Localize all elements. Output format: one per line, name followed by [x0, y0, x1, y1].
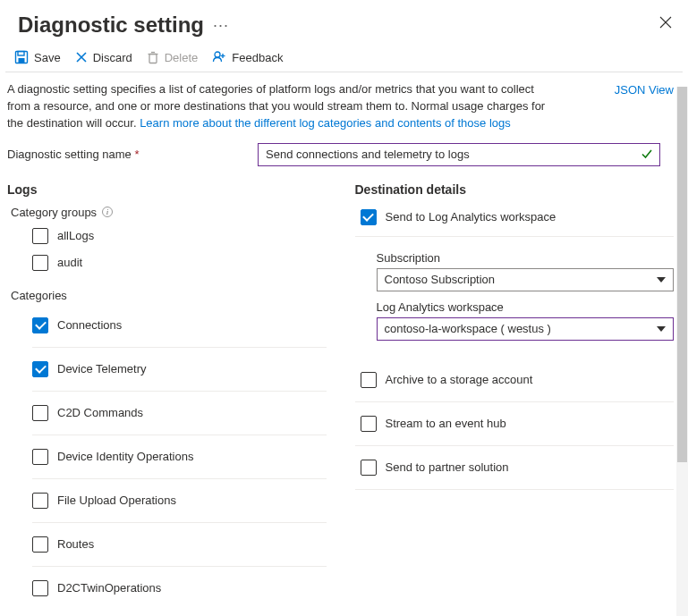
setting-name-input[interactable]	[258, 143, 660, 166]
workspace-label: Log Analytics workspace	[377, 300, 675, 314]
category-checkbox[interactable]	[32, 449, 48, 465]
delete-button: Delete	[147, 51, 199, 64]
category-group-row: allLogs	[32, 223, 327, 249]
chevron-down-icon	[657, 277, 666, 283]
category-group-checkbox[interactable]	[32, 228, 48, 244]
info-icon[interactable]: i	[102, 207, 113, 217]
category-row: Device Telemetry	[32, 348, 327, 392]
category-row: Routes	[32, 523, 327, 567]
category-group-row: audit	[32, 249, 327, 276]
category-row: D2CTwinOperations	[32, 567, 327, 602]
svg-rect-3	[18, 52, 24, 56]
category-label: File Upload Operations	[57, 494, 176, 507]
description-text: A diagnostic setting specifies a list of…	[7, 81, 553, 132]
category-group-checkbox[interactable]	[32, 255, 48, 271]
category-checkbox[interactable]	[32, 493, 48, 509]
category-row: C2D Commands	[32, 392, 327, 435]
category-group-label: audit	[57, 256, 82, 269]
svg-rect-4	[19, 58, 25, 63]
category-row: Connections	[32, 304, 327, 348]
category-checkbox[interactable]	[32, 580, 48, 596]
category-row: File Upload Operations	[32, 479, 327, 523]
destination-checkbox[interactable]	[361, 372, 377, 388]
category-label: C2D Commands	[57, 406, 143, 419]
category-label: Connections	[57, 318, 122, 332]
destination-label: Stream to an event hub	[386, 417, 506, 430]
category-row: Device Identity Operations	[32, 435, 327, 479]
destination-checkbox[interactable]	[361, 460, 377, 476]
svg-rect-7	[149, 54, 157, 63]
categories-label: Categories	[11, 289, 327, 302]
setting-name-label: Diagnostic setting name *	[7, 148, 251, 161]
destination-label: Archive to a storage account	[386, 373, 533, 386]
discard-label: Discard	[93, 51, 132, 64]
delete-icon	[147, 51, 159, 64]
subscription-label: Subscription	[377, 251, 675, 265]
destination-column: Destination details Send to Log Analytic…	[355, 182, 675, 602]
subscription-select[interactable]: Contoso Subscription	[377, 268, 675, 291]
category-label: Device Identity Operations	[57, 450, 193, 463]
page-title: Diagnostic setting	[18, 13, 204, 38]
save-icon	[14, 50, 29, 64]
workspace-select[interactable]: contoso-la-workspace ( westus )	[377, 317, 675, 341]
discard-icon	[75, 51, 88, 63]
category-group-label: allLogs	[57, 229, 94, 242]
category-label: Device Telemetry	[57, 362, 146, 376]
send-log-analytics-checkbox[interactable]	[361, 209, 377, 225]
category-checkbox[interactable]	[32, 317, 48, 333]
subscription-value: Contoso Subscription	[385, 273, 496, 286]
logs-column: Logs Category groups i allLogsaudit Cate…	[7, 182, 327, 602]
category-label: D2CTwinOperations	[57, 581, 161, 595]
feedback-icon	[212, 50, 226, 64]
json-view-link[interactable]: JSON View	[615, 81, 674, 97]
category-label: Routes	[57, 537, 94, 551]
discard-button[interactable]: Discard	[75, 51, 132, 64]
workspace-value: contoso-la-workspace ( westus )	[385, 322, 551, 335]
destination-item: Archive to a storage account	[355, 359, 675, 402]
destination-item: Send to partner solution	[355, 446, 675, 490]
destination-item: Stream to an event hub	[355, 402, 675, 446]
learn-more-link[interactable]: Learn more about the different log categ…	[140, 116, 511, 130]
category-checkbox[interactable]	[32, 405, 48, 421]
delete-label: Delete	[165, 51, 199, 64]
destination-label: Send to partner solution	[386, 460, 509, 474]
valid-icon	[641, 148, 653, 163]
feedback-button[interactable]: Feedback	[212, 50, 283, 64]
feedback-label: Feedback	[232, 51, 283, 64]
category-checkbox[interactable]	[32, 361, 48, 377]
category-checkbox[interactable]	[32, 536, 48, 553]
destination-checkbox[interactable]	[361, 416, 377, 432]
category-groups-label: Category groups	[11, 206, 97, 219]
save-button[interactable]: Save	[14, 50, 61, 64]
more-icon[interactable]: ···	[213, 17, 229, 33]
svg-point-10	[215, 52, 220, 57]
chevron-down-icon	[657, 326, 666, 332]
close-icon[interactable]	[659, 16, 672, 31]
logs-heading: Logs	[7, 182, 327, 197]
destination-heading: Destination details	[355, 182, 675, 197]
send-log-analytics-label: Send to Log Analytics workspace	[386, 210, 556, 224]
save-label: Save	[34, 51, 61, 64]
